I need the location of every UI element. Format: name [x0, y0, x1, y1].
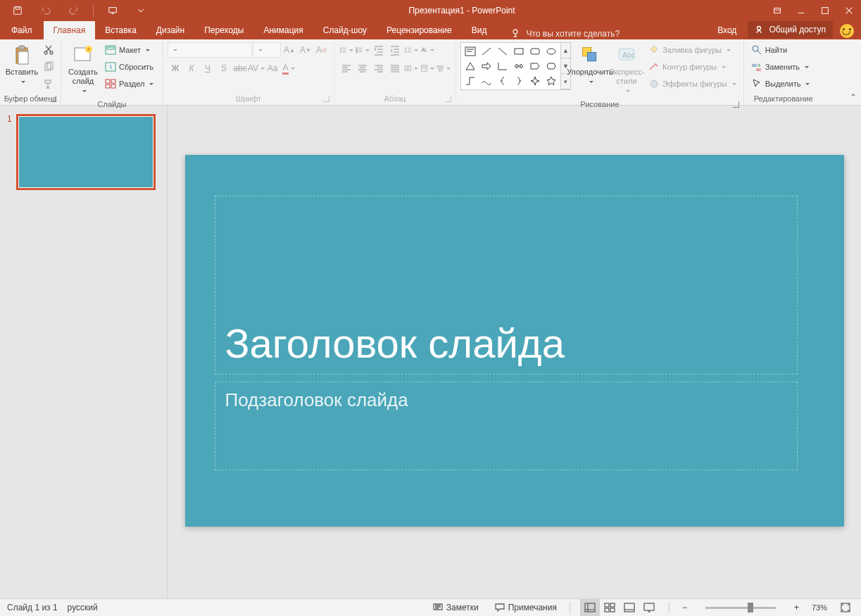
bold-button[interactable]: Ж [168, 61, 183, 76]
shape-brace-l-icon[interactable] [495, 74, 510, 88]
replace-button[interactable]: abacЗаменить [748, 59, 819, 75]
slideshow-view-button[interactable] [639, 599, 659, 617]
shape-elbow-icon[interactable] [495, 59, 510, 73]
customize-qat-button[interactable] [129, 0, 153, 21]
minimize-button[interactable] [789, 0, 813, 21]
shape-textbox-icon[interactable] [463, 44, 478, 58]
align-right-button[interactable] [371, 61, 386, 76]
share-button[interactable]: Общий доступ [748, 21, 833, 38]
maximize-button[interactable] [813, 0, 837, 21]
group-clipboard-label[interactable]: Буфер обмена [3, 93, 58, 105]
title-placeholder[interactable]: Заголовок слайда [215, 196, 798, 375]
shape-elbow2-icon[interactable] [463, 74, 478, 88]
shape-brace-r-icon[interactable] [511, 74, 527, 88]
thumbnail-preview[interactable] [16, 114, 156, 190]
shadow-button[interactable]: S [216, 61, 232, 76]
language-button[interactable]: русский [68, 603, 98, 612]
feedback-emoji-icon[interactable] [840, 24, 854, 38]
tell-me-search[interactable]: Что вы хотите сделать? [510, 28, 620, 39]
smartart-button[interactable] [436, 61, 451, 76]
comments-button[interactable]: Примечания [491, 599, 560, 617]
reading-view-button[interactable] [620, 599, 639, 617]
line-spacing-button[interactable] [403, 42, 419, 58]
start-from-beginning-button[interactable] [101, 0, 125, 21]
shape-effects-button[interactable]: Эффекты фигуры [646, 76, 739, 92]
justify-button[interactable] [387, 61, 403, 76]
cut-button[interactable] [41, 42, 56, 58]
shape-fill-button[interactable]: Заливка фигуры [646, 42, 739, 58]
italic-button[interactable]: К [184, 61, 199, 76]
char-spacing-button[interactable]: AV [249, 61, 264, 76]
tab-animations[interactable]: Анимация [253, 21, 313, 39]
shape-arrow-lr-icon[interactable] [511, 59, 527, 73]
strikethrough-button[interactable]: abc [232, 61, 248, 76]
underline-button[interactable]: Ч [200, 61, 215, 76]
tab-slideshow[interactable]: Слайд-шоу [313, 21, 377, 39]
shape-star5-icon[interactable] [543, 74, 559, 88]
slide-counter[interactable]: Слайд 1 из 1 [7, 603, 58, 612]
shape-hexagon-icon[interactable] [543, 59, 559, 73]
align-center-button[interactable] [355, 61, 370, 76]
shape-outline-button[interactable]: Контур фигуры [646, 59, 739, 75]
shapes-gallery[interactable] [460, 42, 561, 90]
find-button[interactable]: Найти [748, 42, 819, 58]
reset-button[interactable]: Сбросить [102, 59, 158, 75]
font-name-input[interactable] [168, 42, 252, 58]
save-button[interactable] [6, 0, 30, 21]
sorter-view-button[interactable] [600, 599, 620, 617]
zoom-value[interactable]: 73% [812, 603, 827, 612]
tab-insert[interactable]: Вставка [95, 21, 146, 39]
columns-button[interactable] [403, 61, 419, 76]
zoom-slider[interactable] [705, 607, 776, 609]
tab-home[interactable]: Главная [44, 21, 96, 39]
zoom-in-button[interactable]: + [791, 599, 802, 617]
notes-button[interactable]: Заметки [429, 599, 482, 617]
shapes-gallery-scroll[interactable]: ▲▼▾ [561, 42, 571, 90]
new-slide-button[interactable]: Создать слайд [65, 42, 101, 97]
bullets-button[interactable] [339, 42, 354, 58]
paste-button[interactable]: Вставить [4, 42, 39, 87]
align-text-button[interactable] [420, 61, 435, 76]
align-left-button[interactable] [339, 61, 354, 76]
copy-button[interactable] [41, 59, 56, 75]
tab-design[interactable]: Дизайн [146, 21, 194, 39]
group-drawing-label[interactable]: Рисование [459, 99, 741, 111]
thumbnail-1[interactable]: 1 [7, 114, 160, 190]
fit-to-window-button[interactable] [837, 599, 854, 617]
shape-roundrect-icon[interactable] [527, 44, 543, 58]
numbering-button[interactable]: 123 [355, 42, 370, 58]
shape-line-icon[interactable] [479, 44, 494, 58]
increase-indent-button[interactable] [387, 42, 403, 58]
increase-font-button[interactable]: A▲ [282, 42, 297, 58]
tab-transitions[interactable]: Переходы [194, 21, 253, 39]
ribbon-display-options-button[interactable] [765, 0, 789, 21]
tab-review[interactable]: Рецензирование [377, 21, 462, 39]
slide-editor[interactable]: Заголовок слайда Подзаголовок слайда [168, 106, 861, 598]
collapse-ribbon-button[interactable]: ⌃ [850, 92, 857, 102]
thumbnail-pane[interactable]: 1 [0, 106, 168, 598]
close-button[interactable] [837, 0, 861, 21]
layout-button[interactable]: Макет [102, 42, 158, 58]
shape-curve-icon[interactable] [479, 74, 494, 88]
group-font-label[interactable]: Шрифт [166, 93, 331, 105]
undo-button[interactable] [34, 0, 58, 21]
font-size-input[interactable] [253, 42, 281, 58]
zoom-out-button[interactable]: − [679, 599, 690, 617]
font-color-button[interactable]: A [281, 61, 296, 76]
group-paragraph-label[interactable]: Абзац [337, 93, 453, 105]
clear-formatting-button[interactable]: A⊘ [314, 42, 329, 58]
shape-star4-icon[interactable] [527, 74, 543, 88]
shape-arrow-r-icon[interactable] [479, 59, 494, 73]
shape-pentagon-icon[interactable] [527, 59, 543, 73]
tab-view[interactable]: Вид [462, 21, 497, 39]
text-direction-button[interactable]: A [420, 42, 435, 58]
decrease-indent-button[interactable] [371, 42, 386, 58]
format-painter-button[interactable] [41, 76, 56, 92]
quick-styles-button[interactable]: Abc Экспресс- стили [609, 42, 644, 97]
subtitle-placeholder[interactable]: Подзаголовок слайда [215, 382, 798, 470]
normal-view-button[interactable] [580, 599, 600, 617]
select-button[interactable]: Выделить [748, 76, 819, 92]
tab-file[interactable]: Файл [0, 21, 44, 39]
sign-in-button[interactable]: Вход [709, 21, 745, 39]
redo-button[interactable] [62, 0, 86, 21]
